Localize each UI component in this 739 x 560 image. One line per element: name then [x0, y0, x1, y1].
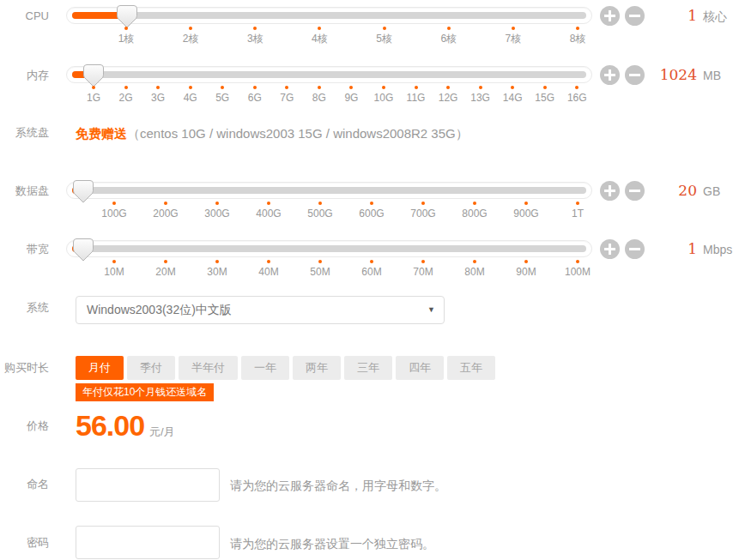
duration-option-1[interactable]: 月付	[76, 356, 124, 380]
cpu-tick: 1核	[100, 27, 152, 45]
tick-dot-icon	[576, 260, 579, 263]
bandwidth-slider[interactable]	[66, 240, 592, 257]
duration-option-5[interactable]: 两年	[293, 356, 341, 380]
cpu-tick: 6核	[423, 27, 475, 45]
cpu-slider[interactable]	[66, 7, 592, 24]
tick-label: 300G	[191, 208, 243, 220]
tick-dot-icon	[124, 27, 128, 30]
data-disk-tick: 800G	[449, 202, 500, 220]
tick-label: 40M	[243, 267, 294, 278]
tick-label: 6核	[423, 33, 475, 45]
data-disk-tick: 200G	[140, 202, 191, 220]
tick-dot-icon	[318, 86, 321, 89]
tick-dot-icon	[370, 202, 373, 205]
tick-dot-icon	[112, 202, 116, 205]
memory-slider-ticks: 1G2G3G4G5G6G7G8G9G10G11G12G13G14G15G16G	[0, 86, 739, 110]
tick-label: 2核	[165, 33, 216, 45]
cpu-tick: 2核	[165, 27, 216, 45]
tick-label: 400G	[243, 208, 294, 220]
tick-dot-icon	[285, 86, 288, 89]
tick-label: 80M	[449, 267, 500, 278]
tick-dot-icon	[253, 86, 257, 89]
tick-dot-icon	[215, 202, 219, 205]
data-disk-tick: 500G	[294, 202, 346, 220]
os-select[interactable]: Windows2003(32位)中文版 ▼	[76, 296, 445, 324]
data-disk-tick: 900G	[500, 202, 552, 220]
memory-label: 内存	[0, 69, 49, 82]
tick-dot-icon	[575, 86, 578, 89]
cpu-slider-handle[interactable]	[117, 5, 137, 28]
tick-dot-icon	[164, 202, 167, 205]
tick-label: 900G	[500, 208, 552, 220]
data-disk-slider[interactable]	[66, 182, 592, 199]
tick-label: 800G	[449, 208, 500, 220]
tick-dot-icon	[253, 27, 257, 30]
duration-option-6[interactable]: 三年	[344, 356, 392, 380]
bandwidth-tick: 30M	[191, 260, 243, 278]
memory-tick: 16G	[551, 86, 603, 104]
tick-label: 500G	[294, 208, 346, 220]
memory-slider-track	[72, 71, 586, 78]
tick-dot-icon	[370, 260, 373, 263]
memory-slider[interactable]	[66, 66, 592, 83]
cpu-tick: 8核	[552, 27, 603, 45]
tick-dot-icon	[189, 86, 192, 89]
bandwidth-tick: 20M	[140, 260, 191, 278]
bandwidth-value-number: 1	[549, 240, 697, 257]
cpu-value: 1核心	[549, 7, 738, 24]
tick-dot-icon	[318, 27, 321, 30]
tick-dot-icon	[267, 202, 270, 205]
tick-dot-icon	[447, 27, 451, 30]
tick-dot-icon	[221, 86, 224, 89]
promo-banner: 年付仅花10个月钱还送域名	[76, 383, 214, 401]
cpu-tick: 4核	[294, 27, 345, 45]
tick-label: 90M	[500, 267, 552, 278]
tick-dot-icon	[576, 202, 579, 205]
os-selected-option: Windows2003(32位)中文版	[87, 303, 232, 316]
name-label: 命名	[0, 478, 49, 491]
tick-label: 3核	[229, 33, 281, 45]
tick-dot-icon	[124, 86, 128, 89]
tick-dot-icon	[512, 27, 515, 30]
duration-option-7[interactable]: 四年	[396, 356, 444, 380]
system-disk-info: 免费赠送（centos 10G / windows2003 15G / wind…	[76, 126, 469, 141]
tick-label: 70M	[397, 267, 449, 278]
tick-dot-icon	[383, 27, 386, 30]
tick-dot-icon	[524, 202, 528, 205]
tick-dot-icon	[112, 260, 116, 263]
bandwidth-tick: 50M	[294, 260, 346, 278]
data-disk-tick: 1T	[552, 202, 603, 220]
server-password-input[interactable]	[76, 526, 220, 559]
tick-label: 600G	[346, 208, 397, 220]
tick-dot-icon	[318, 202, 322, 205]
tick-label: 100G	[88, 208, 140, 220]
bandwidth-slider-handle[interactable]	[73, 238, 94, 262]
bandwidth-value-unit: Mbps	[703, 243, 732, 256]
duration-option-4[interactable]: 一年	[241, 356, 289, 380]
cpu-tick: 5核	[359, 27, 410, 45]
price-amount: 56.00	[76, 409, 144, 443]
cpu-label: CPU	[0, 9, 49, 23]
data-disk-tick: 300G	[191, 202, 243, 220]
tick-dot-icon	[479, 86, 482, 89]
memory-slider-handle[interactable]	[83, 64, 104, 87]
chevron-down-icon: ▼	[427, 297, 435, 323]
duration-option-8[interactable]: 五年	[447, 356, 495, 380]
price-display: 56.00 元/月	[76, 409, 175, 443]
duration-label: 购买时长	[0, 361, 49, 375]
duration-option-2[interactable]: 季付	[127, 356, 175, 380]
tick-dot-icon	[543, 86, 547, 89]
data-disk-slider-handle[interactable]	[73, 180, 94, 203]
duration-option-3[interactable]: 半年付	[179, 356, 238, 380]
tick-dot-icon	[524, 260, 528, 263]
bandwidth-tick: 70M	[397, 260, 449, 278]
server-name-input[interactable]	[76, 468, 220, 502]
data-disk-slider-track	[72, 187, 586, 194]
tick-dot-icon	[215, 260, 219, 263]
cloud-server-config-form: CPU 1核2核3核4核5核6核7核8核 1核心 内存 1G2G3G4G5G6G…	[0, 0, 739, 560]
data-disk-slider-ticks: 100G200G300G400G500G600G700G800G900G1T	[0, 202, 739, 226]
data-disk-tick: 700G	[397, 202, 449, 220]
cpu-value-unit: 核心	[703, 9, 727, 23]
tick-dot-icon	[164, 260, 167, 263]
bandwidth-label: 带宽	[0, 243, 49, 256]
